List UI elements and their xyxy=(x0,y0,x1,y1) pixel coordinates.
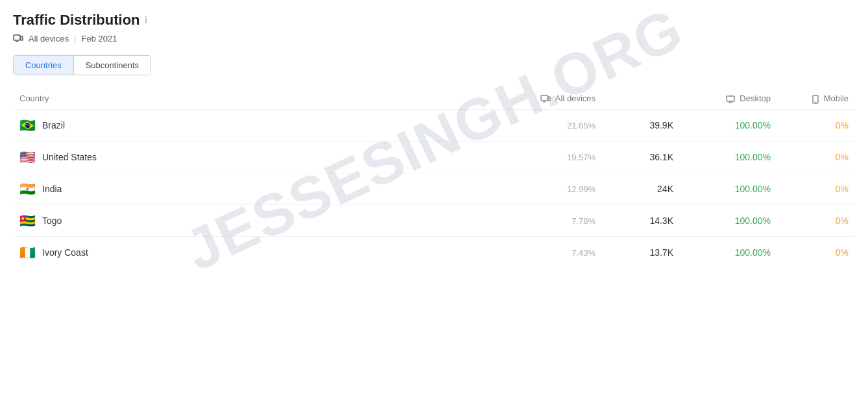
cell-alldevices-1: 19.57% xyxy=(485,141,602,173)
col-mobile: Mobile xyxy=(777,88,855,109)
col-mobile-label: Mobile xyxy=(824,93,849,103)
volume-0: 39.9K xyxy=(649,120,673,130)
col-country-label: Country xyxy=(19,93,49,103)
country-name-2: India xyxy=(42,184,62,194)
subtitle-date: Feb 2021 xyxy=(82,34,117,43)
table-row: 🇨🇮 Ivory Coast 7.43% 13.7K 100.00% 0% xyxy=(13,236,855,268)
volume-3: 14.3K xyxy=(649,215,673,226)
cell-country-0: 🇧🇷 Brazil xyxy=(13,109,485,141)
desktop-pct-0: 100.00% xyxy=(735,120,771,130)
flag-0: 🇧🇷 xyxy=(19,119,36,132)
cell-desktop-2: 100.00% xyxy=(680,173,777,204)
cell-volume-2: 24K xyxy=(602,173,680,204)
col-all-devices-label: All devices xyxy=(555,93,596,103)
desktop-pct-4: 100.00% xyxy=(735,247,771,258)
cell-mobile-2: 0% xyxy=(777,173,855,204)
svg-rect-3 xyxy=(541,95,548,101)
cell-desktop-4: 100.00% xyxy=(680,236,777,268)
cell-alldevices-3: 7.78% xyxy=(485,204,602,236)
col-country: Country xyxy=(13,88,485,109)
mobile-pct-2: 0% xyxy=(836,184,849,194)
all-devices-small-icon xyxy=(13,34,23,43)
page-title: Traffic Distribution xyxy=(13,12,140,29)
country-name-3: Togo xyxy=(42,215,62,226)
divider: | xyxy=(74,34,76,43)
col-volume xyxy=(602,88,680,109)
mobile-pct-4: 0% xyxy=(836,247,849,258)
cell-volume-3: 14.3K xyxy=(602,204,680,236)
cell-country-3: 🇹🇬 Togo xyxy=(13,204,485,236)
cell-alldevices-4: 7.43% xyxy=(485,236,602,268)
cell-country-2: 🇮🇳 India xyxy=(13,173,485,204)
table-header-row: Country All devices xyxy=(13,88,855,109)
mobile-pct-0: 0% xyxy=(836,120,849,130)
all-devices-col-icon xyxy=(540,95,551,103)
flag-1: 🇺🇸 xyxy=(19,151,36,164)
main-container: Traffic Distribution i All devices | Feb… xyxy=(0,0,868,280)
cell-mobile-1: 0% xyxy=(777,141,855,173)
flag-2: 🇮🇳 xyxy=(19,182,36,195)
col-all-devices: All devices xyxy=(485,88,602,109)
flag-3: 🇹🇬 xyxy=(19,214,36,227)
cell-volume-4: 13.7K xyxy=(602,236,680,268)
cell-alldevices-2: 12.99% xyxy=(485,173,602,204)
table-row: 🇮🇳 India 12.99% 24K 100.00% 0% xyxy=(13,173,855,204)
svg-rect-6 xyxy=(727,96,734,101)
all-devices-pct-4: 7.43% xyxy=(572,248,596,258)
subtitle-row: All devices | Feb 2021 xyxy=(13,34,855,43)
desktop-pct-2: 100.00% xyxy=(735,184,771,194)
cell-mobile-4: 0% xyxy=(777,236,855,268)
cell-mobile-0: 0% xyxy=(777,109,855,141)
desktop-pct-1: 100.00% xyxy=(735,152,771,162)
table-row: 🇧🇷 Brazil 21.65% 39.9K 100.00% 0% xyxy=(13,109,855,141)
country-name-0: Brazil xyxy=(42,120,65,130)
cell-mobile-3: 0% xyxy=(777,204,855,236)
all-devices-pct-0: 21.65% xyxy=(567,121,596,130)
svg-rect-1 xyxy=(21,36,23,40)
cell-country-1: 🇺🇸 United States xyxy=(13,141,485,173)
cell-volume-1: 36.1K xyxy=(602,141,680,173)
cell-desktop-3: 100.00% xyxy=(680,204,777,236)
tab-countries[interactable]: Countries xyxy=(14,56,74,75)
cell-alldevices-0: 21.65% xyxy=(485,109,602,141)
tab-subcontinents[interactable]: Subcontinents xyxy=(74,56,151,75)
table-row: 🇹🇬 Togo 7.78% 14.3K 100.00% 0% xyxy=(13,204,855,236)
volume-4: 13.7K xyxy=(649,247,673,258)
tabs-container: Countries Subcontinents xyxy=(13,55,151,75)
mobile-pct-3: 0% xyxy=(836,215,849,226)
data-table: Country All devices xyxy=(13,88,855,268)
cell-desktop-0: 100.00% xyxy=(680,109,777,141)
col-desktop-label: Desktop xyxy=(740,93,771,103)
info-icon[interactable]: i xyxy=(145,15,147,25)
mobile-col-icon xyxy=(812,95,819,104)
subtitle-device: All devices xyxy=(29,34,69,43)
country-name-4: Ivory Coast xyxy=(42,247,88,258)
col-desktop: Desktop xyxy=(680,88,777,109)
cell-country-4: 🇨🇮 Ivory Coast xyxy=(13,236,485,268)
country-name-1: United States xyxy=(42,152,97,162)
volume-2: 24K xyxy=(657,184,673,194)
flag-4: 🇨🇮 xyxy=(19,246,36,259)
mobile-pct-1: 0% xyxy=(836,152,849,162)
cell-volume-0: 39.9K xyxy=(602,109,680,141)
svg-point-10 xyxy=(815,101,816,103)
header-row: Traffic Distribution i xyxy=(13,12,855,29)
svg-rect-0 xyxy=(14,35,20,40)
all-devices-pct-1: 19.57% xyxy=(567,153,596,162)
volume-1: 36.1K xyxy=(649,152,673,162)
table-row: 🇺🇸 United States 19.57% 36.1K 100.00% 0% xyxy=(13,141,855,173)
desktop-col-icon xyxy=(726,95,735,103)
svg-rect-4 xyxy=(548,97,550,101)
desktop-pct-3: 100.00% xyxy=(735,215,771,226)
all-devices-pct-3: 7.78% xyxy=(572,216,596,226)
cell-desktop-1: 100.00% xyxy=(680,141,777,173)
all-devices-pct-2: 12.99% xyxy=(567,184,596,194)
